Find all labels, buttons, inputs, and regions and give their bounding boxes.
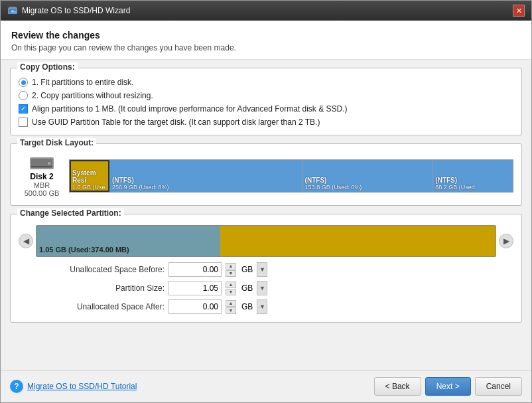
partition-2-sub: 153.8 GB (Used: 0%)	[305, 184, 362, 191]
radio-fit-partitions[interactable]: 1. Fit partitions to entire disk.	[19, 78, 513, 87]
spin-unallocated-after: ▲ ▼	[226, 300, 236, 314]
unit-dropdown-size[interactable]: ▼	[257, 281, 267, 295]
resize-area: ◀ 1.05 GB (Used:374.00 MB) ▶	[19, 225, 513, 257]
next-button[interactable]: Next >	[425, 377, 471, 396]
field-row-unallocated-after: Unallocated Space After: ▲ ▼ GB ▼	[32, 299, 500, 314]
unit-dropdown-before[interactable]: ▼	[257, 262, 267, 277]
field-row-unallocated-before: Unallocated Space Before: ▲ ▼ GB ▼	[32, 262, 500, 277]
spin-up-unallocated-before[interactable]: ▲	[226, 263, 236, 270]
svg-rect-3	[9, 7, 17, 8]
radio-copy-icon	[19, 91, 28, 100]
checkbox-align-partitions[interactable]: Align partitions to 1 MB. (It could impr…	[19, 104, 513, 114]
footer-help: ? Migrate OS to SSD/HD Tutorial	[10, 380, 137, 393]
partition-ntfs-3[interactable]: (NTFS) 88.2 GB (Used:	[432, 160, 513, 192]
resize-left-arrow[interactable]: ◀	[19, 234, 33, 248]
copy-options-title: Copy Options:	[17, 62, 78, 72]
help-link[interactable]: Migrate OS to SSD/HD Tutorial	[27, 382, 137, 391]
page-header: Review the changes On this page you can …	[1, 21, 531, 60]
unit-label-size: GB	[241, 283, 253, 293]
resize-right-arrow[interactable]: ▶	[499, 234, 513, 248]
close-button[interactable]: ✕	[513, 5, 525, 17]
disk-name: Disk 2	[30, 172, 53, 181]
footer-buttons: < Back Next > Cancel	[374, 377, 522, 396]
partition-resize-bar: 1.05 GB (Used:374.00 MB)	[36, 225, 496, 257]
help-icon[interactable]: ?	[10, 380, 23, 393]
partition-3-label: (NTFS)	[435, 177, 457, 184]
svg-text:SSD: SSD	[11, 10, 16, 13]
copy-options-list: 1. Fit partitions to entire disk. 2. Cop…	[19, 78, 513, 127]
page-title: Review the changes	[11, 30, 521, 40]
partition-0-sub: 1.0 GB (Use	[72, 184, 105, 191]
fields-area: Unallocated Space Before: ▲ ▼ GB ▼ Parti…	[19, 262, 513, 314]
checkbox-align-label: Align partitions to 1 MB. (It could impr…	[32, 104, 348, 114]
back-button[interactable]: < Back	[374, 377, 421, 396]
unit-dropdown-after[interactable]: ▼	[257, 299, 267, 314]
partition-1-label: (NTFS)	[112, 177, 134, 184]
copy-options-group: Copy Options: 1. Fit partitions to entir…	[10, 68, 522, 135]
partition-system-reserved[interactable]: System Resi 1.0 GB (Use	[70, 160, 109, 192]
unit-label-after: GB	[241, 302, 253, 311]
radio-copy-partitions[interactable]: 2. Copy partitions without resizing.	[19, 91, 513, 100]
radio-fit-label: 1. Fit partitions to entire disk.	[32, 78, 133, 87]
input-partition-size[interactable]	[168, 281, 222, 295]
partition-ntfs-1[interactable]: (NTFS) 256.9 GB (Used: 8%)	[109, 160, 302, 192]
change-partition-title: Change Selected Partition:	[17, 208, 124, 218]
partition-bar-label: 1.05 GB (Used:374.00 MB)	[39, 246, 129, 254]
unit-label-before: GB	[241, 265, 253, 274]
cancel-button[interactable]: Cancel	[475, 377, 522, 396]
input-unallocated-before[interactable]	[168, 262, 222, 277]
target-disk-group: Target Disk Layout: Disk 2 MBR 500.00 GB	[10, 143, 522, 206]
page-subtitle: On this page you can review the changes …	[11, 43, 521, 52]
checkbox-guid[interactable]: Use GUID Partition Table for the target …	[19, 118, 513, 127]
spin-up-partition-size[interactable]: ▲	[226, 282, 236, 288]
partition-bars: System Resi 1.0 GB (Use (NTFS) 256.9 GB …	[69, 159, 513, 193]
radio-fit-icon	[19, 78, 28, 87]
spin-up-unallocated-after[interactable]: ▲	[226, 300, 236, 307]
footer: ? Migrate OS to SSD/HD Tutorial < Back N…	[1, 370, 531, 402]
field-label-unallocated-after: Unallocated Space After:	[32, 302, 165, 311]
checkbox-align-icon	[19, 104, 28, 114]
svg-point-8	[48, 162, 50, 165]
main-content: Copy Options: 1. Fit partitions to entir…	[1, 60, 531, 370]
content-area: Review the changes On this page you can …	[1, 21, 531, 402]
field-row-partition-size: Partition Size: ▲ ▼ GB ▼	[32, 281, 500, 295]
input-unallocated-after[interactable]	[168, 299, 222, 314]
titlebar: SSD Migrate OS to SSD/HD Wizard ✕	[1, 1, 531, 21]
field-label-unallocated-before: Unallocated Space Before:	[32, 265, 165, 274]
radio-copy-label: 2. Copy partitions without resizing.	[32, 91, 153, 100]
main-window: SSD Migrate OS to SSD/HD Wizard ✕ Review…	[0, 0, 532, 403]
spin-partition-size: ▲ ▼	[226, 282, 236, 295]
spin-down-unallocated-before[interactable]: ▼	[226, 270, 236, 277]
change-partition-group: Change Selected Partition: ◀ 1.05 GB (Us…	[10, 214, 522, 323]
partition-2-label: (NTFS)	[305, 177, 327, 184]
disk-drive-icon	[30, 155, 54, 172]
partition-0-label: System Resi	[72, 169, 106, 184]
checkbox-guid-label: Use GUID Partition Table for the target …	[32, 118, 320, 127]
svg-rect-7	[31, 166, 52, 167]
field-label-partition-size: Partition Size:	[32, 283, 165, 293]
window-title: Migrate OS to SSD/HD Wizard	[22, 6, 130, 15]
spin-unallocated-before: ▲ ▼	[226, 263, 236, 277]
checkbox-guid-icon	[19, 118, 28, 127]
titlebar-left: SSD Migrate OS to SSD/HD Wizard	[7, 5, 130, 16]
partition-3-sub: 88.2 GB (Used:	[435, 184, 476, 191]
disk-type: MBR	[34, 181, 50, 189]
app-icon: SSD	[7, 5, 18, 16]
disk-info: Disk 2 MBR 500.00 GB	[19, 155, 65, 197]
spin-down-partition-size[interactable]: ▼	[226, 289, 236, 295]
partition-ntfs-2[interactable]: (NTFS) 153.8 GB (Used: 0%)	[302, 160, 433, 192]
partition-1-sub: 256.9 GB (Used: 8%)	[112, 184, 169, 191]
target-disk-title: Target Disk Layout:	[17, 138, 96, 147]
disk-layout: Disk 2 MBR 500.00 GB System Resi 1.0 GB …	[19, 155, 513, 197]
spin-down-unallocated-after[interactable]: ▼	[226, 307, 236, 314]
disk-size: 500.00 GB	[25, 189, 60, 197]
